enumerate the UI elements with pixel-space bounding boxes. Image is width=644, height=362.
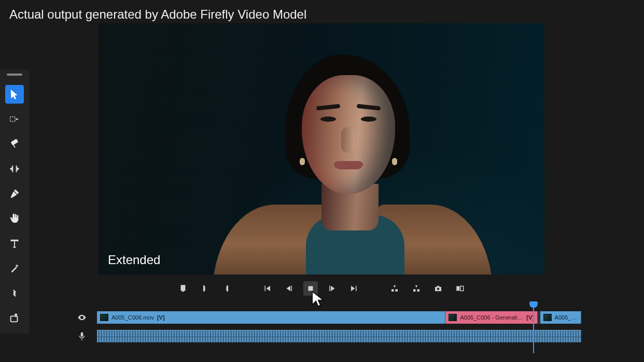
clip-label: A005_C006.mov: [111, 314, 154, 321]
step-back-button[interactable]: [282, 281, 296, 296]
preview-video-frame: [207, 34, 498, 274]
video-track-visibility-toggle[interactable]: [73, 313, 91, 322]
clip-track-suffix: [V]: [157, 314, 165, 321]
hand-tool[interactable]: [5, 209, 24, 228]
video-track[interactable]: A005_C006.mov[V]A005_C006 - Generative.m…: [96, 311, 582, 324]
ripple-edit-tool[interactable]: [5, 160, 24, 178]
clip-track-suffix: [V]: [526, 314, 534, 321]
program-monitor: Extended: [99, 23, 544, 274]
audio-clip[interactable]: [97, 330, 581, 342]
camera-icon: [433, 284, 443, 293]
video-track-row: A005_C006.mov[V]A005_C006 - Generative.m…: [73, 311, 582, 324]
microphone-icon: [77, 331, 87, 341]
comparison-view-button[interactable]: [453, 281, 467, 296]
razor-tool[interactable]: [5, 135, 24, 153]
type-icon: [9, 238, 20, 249]
extended-overlay-label: Extended: [108, 253, 160, 267]
extract-icon: [412, 284, 421, 293]
go-to-out-icon: [349, 284, 359, 293]
export-frame-button[interactable]: [431, 281, 445, 296]
export-frame-icon: [9, 312, 20, 324]
audio-track[interactable]: [96, 329, 582, 343]
video-clip[interactable]: A005_C006.mov[V]: [97, 311, 445, 324]
toolbox-panel: [0, 69, 29, 334]
playhead-handle-icon: [529, 301, 538, 308]
go-to-in-button[interactable]: [260, 281, 274, 296]
cursor-arrow-icon: [9, 89, 20, 100]
clip-label: A005_C0: [555, 314, 578, 321]
clip-label: A005_C006 - Generative.mov: [460, 314, 523, 321]
razor-icon: [9, 138, 20, 150]
clip-thumbnail-icon: [100, 314, 108, 321]
step-forward-button[interactable]: [325, 281, 340, 296]
audio-track-voice-toggle[interactable]: [73, 331, 91, 341]
go-to-out-button[interactable]: [347, 281, 361, 296]
eye-icon: [77, 313, 87, 322]
pen-icon: [9, 188, 20, 199]
panel-grip-icon[interactable]: [7, 74, 22, 76]
track-select-forward-tool[interactable]: [5, 110, 24, 128]
marker-icon: [178, 284, 188, 293]
mark-out-icon: [222, 284, 231, 293]
hand-icon: [9, 213, 20, 224]
go-to-in-icon: [262, 284, 272, 293]
play-stop-button[interactable]: [303, 281, 318, 296]
generative-video-clip[interactable]: A005_C006 - Generative.mov[V]: [445, 311, 537, 324]
lift-button[interactable]: [387, 281, 402, 296]
svg-rect-6: [460, 286, 464, 291]
step-back-icon: [284, 284, 293, 293]
timeline-panel: A005_C006.mov[V]A005_C006 - Generative.m…: [73, 311, 582, 343]
track-select-icon: [9, 113, 20, 125]
svg-point-4: [437, 288, 440, 291]
extract-button[interactable]: [409, 281, 424, 296]
compare-icon: [455, 284, 465, 293]
step-forward-icon: [328, 284, 337, 293]
transport-controls: [99, 280, 544, 297]
clip-thumbnail-icon: [449, 314, 457, 321]
ripple-edit-icon: [9, 163, 20, 175]
export-frame-tool[interactable]: [5, 309, 24, 327]
edit-arrows-icon: [9, 287, 20, 299]
video-clip[interactable]: A005_C0: [540, 311, 581, 324]
audio-track-row: [73, 329, 582, 343]
selection-tool[interactable]: [5, 85, 24, 104]
header-caption: Actual output generated by Adobe Firefly…: [9, 7, 306, 22]
clip-thumbnail-icon: [543, 314, 552, 321]
add-marker-button[interactable]: [176, 281, 190, 296]
pen-tool[interactable]: [5, 184, 24, 203]
svg-rect-3: [309, 286, 313, 291]
svg-rect-0: [11, 139, 19, 146]
mark-in-icon: [200, 284, 209, 293]
stop-icon: [306, 284, 315, 293]
svg-rect-5: [456, 286, 459, 291]
mark-out-button[interactable]: [219, 281, 234, 296]
mark-in-button[interactable]: [198, 281, 212, 296]
edit-tool[interactable]: [5, 284, 24, 302]
remix-tool[interactable]: [5, 259, 24, 278]
wand-icon: [9, 263, 20, 274]
lift-icon: [390, 284, 399, 293]
svg-rect-1: [12, 144, 15, 148]
type-tool[interactable]: [5, 234, 24, 253]
